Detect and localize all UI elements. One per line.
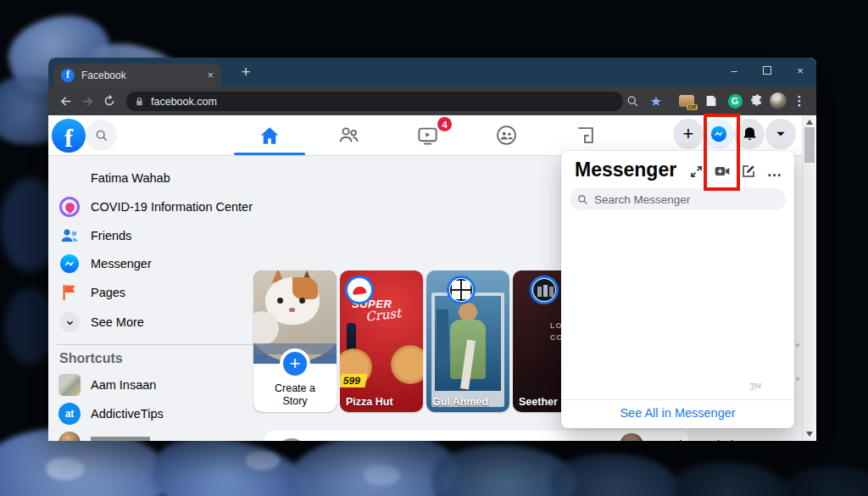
profile-photo-icon [770, 92, 787, 109]
contact-row-momina[interactable]: Momina Wahab [620, 432, 789, 441]
plus-icon: + [683, 125, 694, 142]
bookmark-star-icon[interactable]: ★ [646, 91, 666, 111]
covid-icon [58, 196, 81, 218]
page-scrollbar[interactable] [802, 115, 815, 441]
account-menu-button[interactable] [765, 119, 796, 149]
messenger-search[interactable] [570, 188, 786, 210]
browser-titlebar: f Facebook × + – × [48, 58, 816, 86]
bell-icon [741, 125, 759, 143]
facebook-header: f 4 + [48, 115, 802, 156]
messenger-panel: Messenger … ʒw See All in Messenger [561, 151, 794, 428]
sidebar-label: COVID-19 Information Center [91, 200, 253, 214]
nav-tab-friends[interactable] [312, 115, 385, 155]
story-pizza-hut[interactable]: SUPER Crust 599 Pizza Hut [340, 270, 423, 412]
shortcut-avatar [58, 374, 81, 396]
forward-arrow-icon [81, 94, 95, 109]
shortcut-item-addictivetips[interactable]: at AddictiveTips [52, 400, 281, 427]
sidebar-label: See More [91, 315, 144, 329]
reload-icon [103, 94, 116, 108]
messenger-options-button[interactable]: … [765, 161, 785, 181]
sidebar-item-see-more[interactable]: See More [52, 309, 281, 336]
nav-tab-groups[interactable] [470, 115, 542, 155]
user-avatar [58, 167, 81, 189]
maximize-button[interactable] [753, 58, 782, 83]
lock-icon [135, 97, 144, 107]
chevron-down-icon [775, 128, 787, 140]
browser-profile-avatar[interactable] [768, 91, 788, 111]
nav-tab-gaming[interactable] [548, 115, 621, 155]
address-bar[interactable]: facebook.com [126, 92, 623, 111]
sidebar-item-friends[interactable]: Friends [52, 222, 281, 249]
sidebar-item-pages[interactable]: Pages [52, 279, 281, 306]
sidebar-label: Pages [91, 286, 125, 299]
annotation-highlight-rectangle [704, 114, 740, 191]
hat-extension-shape: Off [679, 95, 694, 107]
loading-indicator: ʒw [749, 380, 761, 390]
extensions-puzzle-button[interactable] [747, 91, 767, 111]
close-button[interactable]: × [786, 58, 815, 83]
messenger-panel-title: Messenger [575, 159, 676, 181]
extension-grammarly-icon[interactable]: G [725, 91, 745, 111]
create-story-plus-icon[interactable]: + [280, 348, 310, 379]
friends-icon [58, 225, 81, 247]
panel-divider [561, 399, 794, 400]
groups-icon [495, 124, 518, 147]
extension-off-icon[interactable]: Off [676, 91, 697, 111]
composer-avatar[interactable] [276, 438, 307, 441]
off-badge: Off [687, 104, 698, 110]
watch-icon [416, 124, 439, 147]
maximize-icon [763, 66, 771, 75]
messenger-search-input[interactable] [594, 193, 764, 206]
browser-menu-button[interactable]: ⋮ [789, 91, 810, 111]
extension-note-icon[interactable] [701, 91, 721, 111]
sidebar-label: Messenger [91, 257, 152, 270]
browser-tab[interactable]: f Facebook × [53, 64, 221, 86]
friends-icon [337, 124, 360, 147]
home-icon [259, 125, 281, 147]
see-all-messenger-link[interactable]: See All in Messenger [561, 406, 794, 420]
magnifier-icon [626, 95, 639, 108]
sidebar-item-messenger[interactable]: Messenger [52, 250, 281, 277]
note-icon [704, 94, 718, 108]
new-tab-button[interactable]: + [235, 61, 257, 83]
browser-window: f Facebook × + – × facebook.com ★ Off [48, 58, 816, 441]
scrollbar-thumb[interactable] [804, 127, 815, 163]
minimize-button[interactable]: – [720, 58, 748, 83]
price-badge: 599 [340, 374, 367, 387]
clipped-text [91, 437, 150, 441]
nav-tab-home[interactable] [233, 115, 306, 155]
forward-button[interactable] [77, 91, 97, 111]
shortcut-label: AddictiveTips [91, 407, 164, 421]
story-avatar-ring [530, 276, 559, 304]
back-button[interactable] [55, 91, 75, 111]
compose-icon [741, 164, 756, 179]
new-message-button[interactable] [738, 161, 759, 181]
search-icon [577, 194, 588, 205]
nav-tab-watch[interactable]: 4 [391, 115, 464, 155]
sidebar-item-profile[interactable]: Fatima Wahab [52, 164, 281, 192]
shortcut-item-partial[interactable] [52, 429, 281, 441]
zoom-button[interactable] [622, 91, 643, 111]
sidebar-label: Fatima Wahab [91, 171, 170, 185]
facebook-logo[interactable]: f [52, 119, 86, 153]
shortcut-avatar [58, 432, 81, 441]
tab-close-icon[interactable]: × [207, 70, 214, 81]
shortcut-item-aam-insaan[interactable]: Aam Insaan [52, 371, 281, 398]
facebook-favicon: f [61, 69, 75, 82]
create-button[interactable]: + [673, 119, 704, 149]
reload-button[interactable] [99, 91, 120, 111]
story-avatar-ring [345, 276, 374, 304]
watch-badge: 4 [437, 117, 452, 131]
story-gul-ahmed[interactable]: Gul Ahmed [426, 270, 509, 412]
messenger-icon [58, 253, 81, 275]
sidebar-item-covid[interactable]: COVID-19 Information Center [52, 193, 281, 220]
contact-edge-dot [796, 343, 799, 347]
story-photo-model [435, 296, 501, 391]
story-label: Seether [519, 396, 558, 408]
active-tab-underline [234, 153, 305, 155]
story-create[interactable]: · · · · · · · · + Create a Story [253, 270, 337, 412]
scroll-up-arrow[interactable] [806, 120, 813, 125]
sidebar-divider [57, 344, 281, 345]
facebook-search-button[interactable] [86, 120, 117, 151]
scroll-down-arrow[interactable] [806, 432, 813, 437]
